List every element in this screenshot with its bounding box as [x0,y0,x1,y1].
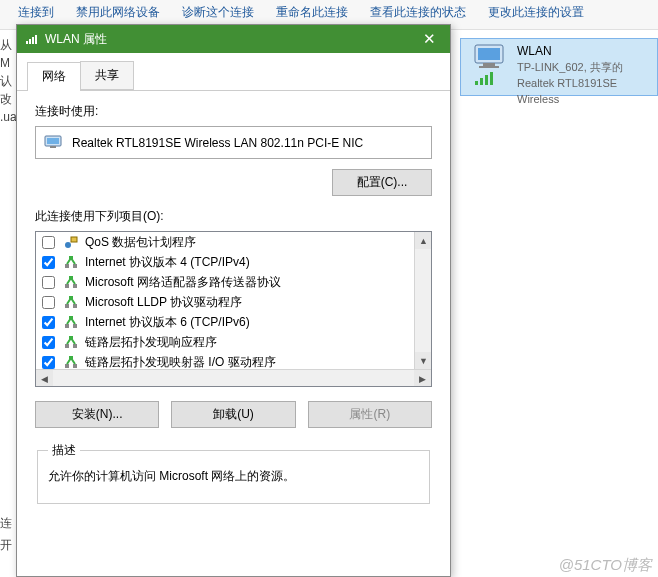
svg-rect-27 [73,324,77,328]
scroll-right-icon[interactable]: ▶ [414,370,431,387]
configure-button[interactable]: 配置(C)... [332,169,432,196]
svg-rect-24 [73,304,77,308]
svg-rect-18 [73,264,77,268]
svg-rect-5 [480,78,483,85]
tab-strip: 网络 共享 [17,53,450,91]
toolbar-diagnose[interactable]: 诊断这个连接 [182,4,254,21]
properties-button: 属性(R) [308,401,432,428]
tab-sharing[interactable]: 共享 [80,61,134,90]
svg-rect-4 [475,81,478,85]
dialog-content: 连接时使用: Realtek RTL8191SE Wireless LAN 80… [17,91,450,576]
svg-rect-22 [69,276,73,279]
watermark: @51CTO博客 [559,556,652,575]
adapter-name: Realtek RTL8191SE Wireless LAN 802.11n P… [72,136,363,150]
adapter-card-text: WLAN TP-LINK_602, 共享的 Realtek RTL8191SE … [517,43,651,91]
toolbar-connect[interactable]: 连接到 [18,4,54,21]
toolbar-items: 连接到 禁用此网络设备 诊断这个连接 重命名此连接 查看此连接的状态 更改此连接… [18,4,584,21]
wlan-properties-dialog: WLAN 属性 ✕ 网络 共享 连接时使用: Realtek RTL8191SE… [16,24,451,577]
item-checkbox[interactable] [42,336,55,349]
nic-icon [44,133,64,152]
list-item[interactable]: 链路层拓扑发现映射器 I/O 驱动程序 [36,352,414,369]
list-item[interactable]: 链路层拓扑发现响应程序 [36,332,414,352]
item-label: Internet 协议版本 4 (TCP/IPv4) [85,254,250,271]
item-label: Microsoft LLDP 协议驱动程序 [85,294,242,311]
item-checkbox[interactable] [42,256,55,269]
list-item[interactable]: QoS 数据包计划程序 [36,232,414,252]
item-checkbox[interactable] [42,316,55,329]
svg-rect-30 [73,344,77,348]
toolbar-settings[interactable]: 更改此连接的设置 [488,4,584,21]
svg-rect-11 [35,35,37,44]
tab-network[interactable]: 网络 [27,62,81,91]
list-item[interactable]: Internet 协议版本 6 (TCP/IPv6) [36,312,414,332]
close-button[interactable]: ✕ [408,25,450,53]
svg-rect-14 [50,146,56,148]
svg-rect-16 [71,237,77,242]
item-checkbox[interactable] [42,356,55,369]
description-group: 描述 允许你的计算机访问 Microsoft 网络上的资源。 [35,442,432,504]
adapter-device: Realtek RTL8191SE Wireless [517,75,651,107]
svg-rect-10 [32,37,34,44]
svg-rect-3 [479,66,499,68]
toolbar-disable[interactable]: 禁用此网络设备 [76,4,160,21]
item-checkbox[interactable] [42,236,55,249]
protocol-icon [63,314,79,330]
components-listbox[interactable]: QoS 数据包计划程序Internet 协议版本 4 (TCP/IPv4)Mic… [35,231,432,387]
scroll-down-icon[interactable]: ▼ [415,352,432,369]
adapter-display-box: Realtek RTL8191SE Wireless LAN 802.11n P… [35,126,432,159]
adapter-title: WLAN [517,43,651,59]
adapter-card-wlan[interactable]: WLAN TP-LINK_602, 共享的 Realtek RTL8191SE … [460,38,658,96]
svg-rect-26 [65,324,69,328]
svg-point-15 [65,242,71,248]
scrollbar-horizontal[interactable]: ◀ ▶ [36,369,431,386]
protocol-icon [63,234,79,250]
item-checkbox[interactable] [42,276,55,289]
dialog-title: WLAN 属性 [45,31,107,48]
connect-using-label: 连接时使用: [35,103,432,120]
protocol-icon [63,254,79,270]
scroll-left-icon[interactable]: ◀ [36,370,53,387]
list-item[interactable]: Microsoft 网络适配器多路传送器协议 [36,272,414,292]
svg-rect-17 [65,264,69,268]
wifi-icon [25,32,39,46]
network-adapter-icon [467,43,511,91]
item-label: 链路层拓扑发现映射器 I/O 驱动程序 [85,354,276,370]
item-label: Microsoft 网络适配器多路传送器协议 [85,274,281,291]
svg-rect-25 [69,296,73,299]
svg-rect-32 [65,364,69,368]
scroll-up-icon[interactable]: ▲ [415,232,432,249]
toolbar-rename[interactable]: 重命名此连接 [276,4,348,21]
dialog-titlebar[interactable]: WLAN 属性 ✕ [17,25,450,53]
item-checkbox[interactable] [42,296,55,309]
toolbar-status[interactable]: 查看此连接的状态 [370,4,466,21]
svg-rect-7 [490,72,493,85]
list-item[interactable]: Microsoft LLDP 协议驱动程序 [36,292,414,312]
svg-rect-9 [29,39,31,44]
install-button[interactable]: 安装(N)... [35,401,159,428]
svg-rect-21 [73,284,77,288]
left-panel-fragment-2: 连 开 [0,512,15,556]
svg-rect-23 [65,304,69,308]
item-label: QoS 数据包计划程序 [85,234,196,251]
protocol-icon [63,294,79,310]
uninstall-button[interactable]: 卸载(U) [171,401,295,428]
svg-rect-6 [485,75,488,85]
svg-rect-34 [69,356,73,359]
protocol-icon [63,354,79,369]
svg-rect-28 [69,316,73,319]
close-icon: ✕ [423,30,436,48]
items-label: 此连接使用下列项目(O): [35,208,432,225]
description-text: 允许你的计算机访问 Microsoft 网络上的资源。 [48,467,419,485]
svg-rect-1 [478,48,500,60]
description-legend: 描述 [48,442,80,459]
svg-rect-13 [47,138,59,144]
svg-rect-8 [26,41,28,44]
svg-rect-33 [73,364,77,368]
left-panel-fragment: 从 M 认 改 .ua [0,30,15,126]
list-item[interactable]: Internet 协议版本 4 (TCP/IPv4) [36,252,414,272]
protocol-icon [63,334,79,350]
svg-rect-31 [69,336,73,339]
item-label: Internet 协议版本 6 (TCP/IPv6) [85,314,250,331]
item-label: 链路层拓扑发现响应程序 [85,334,217,351]
scrollbar-vertical[interactable]: ▲ ▼ [414,232,431,369]
